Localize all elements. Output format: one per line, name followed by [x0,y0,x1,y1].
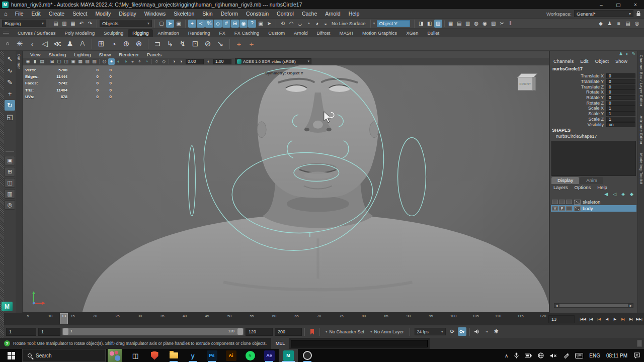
select-tool-icon[interactable]: ↖ [5,54,15,64]
wireframe-icon[interactable]: ◎ [101,58,108,65]
outliner-panel-tab[interactable]: Outliner [16,51,22,313]
field-chart-icon[interactable]: ▦ [77,58,84,65]
camera-lock-icon[interactable]: ◉ [25,58,31,65]
ik-spline-handle-icon[interactable]: ◁ [39,38,50,49]
shelf-tab[interactable]: Poly Modeling [60,29,100,37]
move-tool-icon[interactable]: + [5,88,15,99]
layer-visibility-toggle[interactable] [552,200,558,204]
empty-layer-icon[interactable]: ◈ [621,192,625,197]
dock-grip[interactable] [0,51,4,313]
taskbar-app-photoshop[interactable]: Ps [202,349,221,362]
shelf-tab[interactable]: Rigging [128,29,153,37]
outliner-magnifier-icon[interactable]: ◎ [5,200,15,210]
command-history-icon[interactable] [637,340,642,347]
shelf-tab[interactable]: Bifrost [312,29,335,37]
safe-action-icon[interactable]: ▧ [84,58,91,65]
layer-color-swatch[interactable] [574,200,581,205]
lock-selection-icon[interactable]: ▣ [257,20,265,28]
light-editor-icon[interactable]: ◍ [472,20,480,28]
locator-icon[interactable]: + [233,38,245,49]
rotate-tool-icon[interactable]: ↻ [5,100,15,111]
sep3[interactable] [151,59,152,64]
view-cube-front-face[interactable]: FRONT [518,77,533,90]
menu-item[interactable]: Cache [298,11,321,17]
shelf-tab[interactable]: Sculpting [99,29,128,37]
sep4[interactable] [169,59,169,64]
view-cube[interactable]: FRONT [518,72,539,94]
step-back-key-button[interactable]: |◀ [595,315,603,323]
outliner-window-icon[interactable]: ◎ [633,20,641,28]
maximize-button[interactable]: ▢ [610,0,627,9]
animation-end-field[interactable]: 200 [275,328,302,336]
shelf-tab[interactable]: FX [215,29,230,37]
dock-grip[interactable] [0,325,4,338]
channel-value-field[interactable]: 0 [606,89,635,95]
tool-settings-icon[interactable]: ▤ [624,20,632,28]
lock-icon[interactable] [636,11,641,17]
character-set-select[interactable]: ▾ No Character Set [326,329,364,334]
channel-box-menu-item[interactable]: Object [595,58,609,64]
exposure-icon[interactable]: ◑ [178,58,184,65]
occlusion-icon[interactable]: ◓ [136,58,143,65]
playback-range-track[interactable]: 1 120 [62,328,244,335]
shelf-tab[interactable]: Rendering [184,29,215,37]
open-scene-icon[interactable]: ▥ [60,20,68,28]
viewport-canvas[interactable]: Verts: 5708 0 0 Edges: 11444 0 0 [23,65,549,312]
minimize-button[interactable]: – [593,0,610,9]
menu-item[interactable]: Constrain [242,11,273,17]
taskbar-app-explorer[interactable] [164,349,183,362]
panel-menu-item[interactable]: Panels [143,52,165,57]
layer-color-swatch[interactable] [574,206,581,211]
taskbar-app-yandex[interactable]: y [183,349,202,362]
annotation-icon[interactable]: + [246,38,257,49]
paint-effects-icon[interactable]: ▧ [490,20,498,28]
resolution-gate-icon[interactable]: ◫ [63,58,69,65]
mute-audio-icon[interactable] [473,327,481,336]
sep2[interactable] [148,39,148,49]
orient-constraint-icon[interactable]: ↯ [177,38,188,49]
render-current-frame-icon[interactable]: ◧ [426,20,434,28]
surface-snap-icon[interactable]: ◡ [296,20,304,28]
paint-select-tool-icon[interactable]: ✎ [5,77,15,87]
menu-item[interactable]: Display [115,11,140,17]
new-scene-icon[interactable]: ▤ [52,20,60,28]
channel-value-field[interactable]: 0 [606,84,635,89]
step-forward-frame-button[interactable]: ▶| [627,315,635,323]
channel-value-field[interactable]: 0 [606,79,635,84]
highlight-selection-icon[interactable]: ➤ [265,20,273,28]
menu-item[interactable]: Arnold [321,11,344,17]
notification-center-icon[interactable] [633,352,640,358]
aim-constraint-icon[interactable]: ⊘ [202,38,213,49]
film-gate-icon[interactable]: ▢ [56,58,62,65]
shelf-tab[interactable]: Motion Graphics [358,29,401,37]
taskbar-search-box[interactable]: Search [22,349,106,362]
channel-box-scrollbar[interactable]: ◀ ▶ [554,303,633,308]
exposure-field[interactable]: 0.00 [186,59,204,64]
layer-playback-toggle[interactable]: P [559,206,565,211]
menu-item[interactable]: Help [345,11,364,17]
pole-vector-icon[interactable]: ↘ [215,38,226,49]
move-layer-down-icon[interactable]: ◁ [613,192,616,197]
panel-menu-item[interactable]: View [27,52,44,57]
channel-value-field[interactable]: 0 [606,95,635,100]
curve-snap-icon[interactable]: ◠ [287,20,295,28]
cluster-deformer-icon[interactable]: ⊛ [133,38,144,49]
new-layer-icon[interactable]: ◆ [630,192,633,197]
panel-menu-item[interactable]: Show [96,52,115,57]
scale-constraint-icon[interactable]: ⊡ [190,38,201,49]
layer-editor-tab[interactable]: Display [551,177,579,184]
hik-window-icon[interactable]: ♟ [606,20,614,28]
humanik-character-icon[interactable]: ♟ [64,38,75,49]
snap-curve-icon[interactable]: ≺ [197,20,205,28]
time-slider-ruler[interactable]: 5 10 15 20 [4,313,546,325]
open-render-view-icon[interactable]: ◨ [417,20,425,28]
lattice-deformer-icon[interactable]: ⊞ [96,38,107,49]
taskbar-app-spotify[interactable]: ≈ [240,349,260,362]
snap-plane-icon[interactable]: ◇ [214,20,222,28]
attribute-spread-icon[interactable]: ≡ [615,20,623,28]
touch-keyboard-icon[interactable] [575,353,583,358]
tray-chevron-up-icon[interactable]: ∧ [505,353,508,358]
shaded-icon[interactable]: ● [108,58,115,65]
go-to-start-button[interactable]: |◀◀ [579,315,587,323]
undo-icon[interactable]: ↶ [77,20,86,28]
